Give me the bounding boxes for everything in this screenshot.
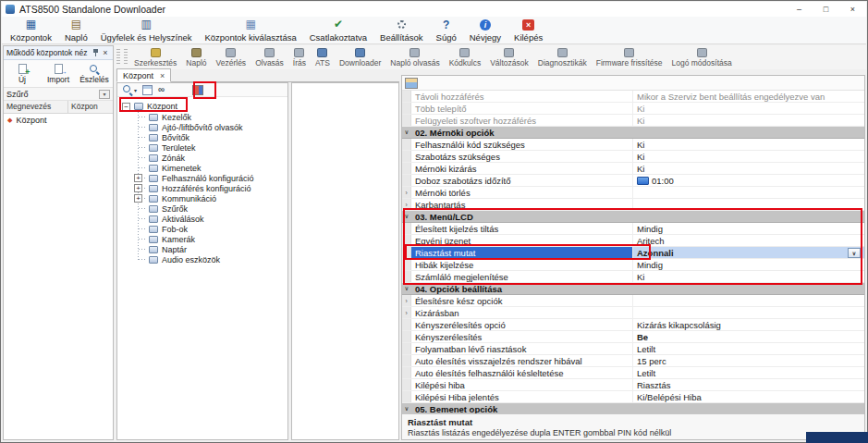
toolbar-button-kozpontok-kivalasztasa[interactable]: ▦Központok kiválasztása [198,17,302,43]
toolbar-button-nevjegy[interactable]: iNévjegy [463,17,507,43]
tree-item-kamerak[interactable]: Kamerák [134,234,287,244]
property-name: 05. Bemenet opciók [411,403,864,413]
tree-item-kimenetek[interactable]: Kimenetek [134,163,287,173]
toolbar-button-naplo[interactable]: Napló [181,45,211,69]
property-row-tobb-telepito[interactable]: Több telepítőKi [402,103,864,115]
property-row-mernoki-kizaras[interactable]: Mérnöki kizárásKi [402,163,864,175]
button-uj[interactable]: Új [5,62,40,85]
toolbar-grip[interactable] [116,49,120,66]
tree-item-bovitok[interactable]: Bővítők [134,132,287,142]
property-view-icon[interactable] [405,78,418,89]
toolbar-button-naplo[interactable]: ▤Napló [58,17,94,43]
button-eszleles[interactable]: Észlelés [77,62,112,85]
property-row-riasztast-mutat[interactable]: Riasztást mutatAzonnali∨ [402,247,864,259]
property-section-05-bemenet-opciok[interactable]: ∨05. Bemenet opciók [402,403,864,413]
tree-item-teruletek[interactable]: Területek [134,142,287,153]
tree-item-hozzaferes-konfiguracio[interactable]: +Hozzáférés konfiguráció [134,183,287,193]
close-button[interactable]: × [839,2,866,17]
tree-item-ajto-liftbovito-olvasok[interactable]: Ajtó-/liftbővítő olvasók [134,122,287,132]
tree-item-naptar[interactable]: Naptár [134,244,287,254]
tree-item-kommunikacio[interactable]: +Kommunikáció [134,193,287,203]
toolbar-button-vezerles[interactable]: Vezérlés [212,45,251,69]
property-row-kizarasban[interactable]: ›Kizárásban [402,307,864,319]
pin-icon[interactable] [92,49,99,57]
toolbar-button-olvasas[interactable]: Olvasás [251,45,288,69]
toolbar-button-downloader[interactable]: Downloader [335,45,385,69]
property-name: Kilépési Hiba jelentés [411,391,633,402]
collapse-expander-icon[interactable]: − [122,103,130,111]
expand-expander-icon[interactable]: + [134,174,142,182]
property-section-04-opciok-beallitasa[interactable]: ∨04. Opciók beállítása [402,283,864,295]
search-button[interactable]: ▾ [120,84,139,96]
tree-item-zonak[interactable]: Zónák [134,153,287,163]
toolbar-button-beallitasok[interactable]: Beállítások [373,17,429,43]
panel-tree-container: ▾∞ −KözpontKezelőkAjtó-/liftbővítő olvas… [116,82,288,440]
toolbar-button-ugyfelek-es-helyszinek[interactable]: ▥Ügyfelek és Helyszínek [94,17,199,43]
property-row-karbantartas[interactable]: ›Karbantartás [402,199,864,211]
property-row-kenyszerelesites[interactable]: KényszerélesítésBe [402,331,864,343]
tree-item-aktivalasok[interactable]: Aktiválások [134,214,287,224]
property-row-doboz-szabotazs-idozito[interactable]: Doboz szabotázs időzítő01:00 [402,175,864,187]
property-row-mernoki-torles[interactable]: ›Mérnöki törlés [402,187,864,199]
column-header-name[interactable]: Megnevezés [4,101,68,113]
property-row-tavoli-hozzaferes[interactable]: Távoli hozzáférésMikor a Szerviz bent be… [402,91,864,103]
property-row-auto-elesites-visszajelzes-rendszer-hibaval[interactable]: Auto élesítés visszajelzés rendszer hibá… [402,355,864,367]
tree-item-fob-ok[interactable]: Fob-ok [134,224,287,234]
properties-view-button[interactable] [190,84,205,96]
toolbar-button-firmware-frissitese[interactable]: Firmware frissítése [592,45,667,69]
property-value[interactable]: Azonnali∨ [633,247,864,258]
toolbar-button-diagnosztikak[interactable]: Diagnosztikák [533,45,592,69]
dropdown-arrow-icon[interactable]: ∨ [848,248,861,258]
property-row-egyeni-uzenet[interactable]: Egyéni üzenetAritech [402,235,864,247]
property-section-02-mernoki-opciok[interactable]: ∨02. Mérnöki opciók [402,127,864,139]
button-import[interactable]: Import [41,62,76,85]
expand-expander-icon[interactable]: + [134,194,142,203]
panel-list-item[interactable]: ◆ Központ [4,114,113,126]
property-row-folyamatban-levo-riasztasok[interactable]: Folyamatban lévő riasztásokLetilt [402,343,864,355]
row-gutter-icon [402,91,411,102]
property-row-elesitett-kijelzes-tiltas[interactable]: Élesített kijelzés tiltásMindig [402,223,864,235]
property-row-felhasznaloi-kod-szukseges[interactable]: Felhasználói kód szükségesKi [402,139,864,151]
row-gutter-icon: ∨ [402,211,411,222]
property-row-kenyszerelesites-opcio[interactable]: Kényszerélesítés opcióKizárás kikapcsolá… [402,319,864,331]
tab-kozpont[interactable]: Központ × [116,68,171,82]
toolbar-button-naplo-olvasas[interactable]: Napló olvasás [385,45,444,69]
toolbar-button-kilepes[interactable]: ×Kilépés [507,17,549,43]
toolbar-button-ats[interactable]: ATS [311,45,335,69]
tree-item-root[interactable]: −Központ [122,101,287,112]
toolbar-button-kodkulcs[interactable]: Kódkulcs [445,45,486,69]
property-row-auto-elesites-felhasznaloi-kesleltetese[interactable]: Auto élesítés felhasználói késleltetéseL… [402,367,864,379]
link-view-button[interactable]: ∞ [156,84,166,96]
property-row-szabotazs-szukseges[interactable]: Szabotázs szükségesKi [402,151,864,163]
property-row-hibak-kijelzese[interactable]: Hibák kijelzéseMindig [402,259,864,271]
tree-item-szurok[interactable]: Szűrők [134,203,287,214]
time-picker-icon[interactable] [637,177,649,185]
edit-view-button[interactable] [141,84,154,96]
toolbar-button-kozpontok[interactable]: ▦Központok [4,17,58,43]
filter-expand-button[interactable]: ▾ [99,90,110,99]
expand-expander-icon[interactable]: + [134,184,142,192]
toolbar-button-iras[interactable]: Írás [288,45,311,69]
toolbar-grip[interactable] [124,49,128,66]
property-row-kilepesi-hiba-jelentes[interactable]: Kilépési Hiba jelentésKi/Belépési Hiba [402,391,864,403]
toolbar-button-szerkesztes[interactable]: Szerkesztés [129,45,181,69]
tree-item-felhasznalo-konfiguracio[interactable]: +Felhasználó konfiguráció [134,173,287,183]
property-section-03-menu-lcd[interactable]: ∨03. Menü/LCD [402,211,864,223]
property-name: Auto élesítés felhasználói késleltetése [411,367,633,378]
tree-item-audio-eszkozok[interactable]: Audio eszközök [134,254,287,265]
tab-close-icon[interactable]: × [160,71,165,80]
toolbar-button-logo-modositasa[interactable]: Logó módosítása [667,45,737,69]
property-row-felugyeleti-szoftver-hozzaferes[interactable]: Felügyeleti szoftver hozzáférésKi [402,115,864,127]
toolbar-button-csatlakoztatva[interactable]: ✔Csatlakoztatva [303,17,373,43]
property-row-kilepesi-hiba[interactable]: Kilépési hibaRiasztás [402,379,864,391]
toolbar-button-sugo[interactable]: ?Súgó [430,17,463,43]
property-row-szamlalo-megjelenitese[interactable]: Számláló megjelenítéseKi [402,271,864,283]
property-row-elesitesre-kesz-opciok[interactable]: ›Élesítésre kész opciók [402,295,864,307]
column-header-panel[interactable]: Közpon [68,101,113,113]
sidebar-close-icon[interactable]: × [101,48,110,57]
toolbar-button-valtozasok[interactable]: Változások [485,45,533,69]
minimize-button[interactable]: – [786,2,813,17]
tree-item-kezelok[interactable]: Kezelők [134,112,287,122]
filter-bar[interactable]: Szűrő ▾ [4,88,113,101]
maximize-button[interactable]: □ [813,2,839,17]
